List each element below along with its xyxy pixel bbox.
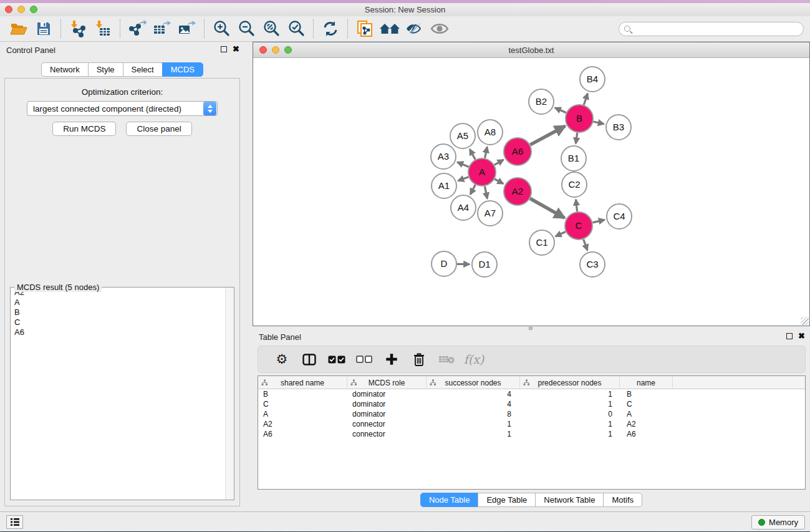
graph-edge-B-B3[interactable] — [593, 122, 604, 124]
import-table-button[interactable] — [90, 18, 115, 39]
graph-node-A8[interactable]: A8 — [478, 120, 503, 145]
criterion-dropdown[interactable]: largest connected component (directed) — [27, 101, 218, 116]
graph-node-B2[interactable]: B2 — [529, 89, 554, 114]
mcds-result-item[interactable]: A — [11, 297, 234, 307]
graph-node-C2[interactable]: C2 — [562, 172, 587, 197]
graph-node-A7[interactable]: A7 — [478, 201, 503, 226]
graph-node-A5[interactable]: A5 — [450, 123, 475, 148]
graph-edge-A-A6[interactable] — [494, 160, 504, 165]
graph-node-B3[interactable]: B3 — [606, 115, 631, 140]
search-input[interactable] — [619, 22, 804, 36]
tab-motifs[interactable]: Motifs — [603, 493, 642, 507]
graph-edge-A-A5[interactable] — [470, 149, 475, 160]
tab-edge-table[interactable]: Edge Table — [478, 493, 536, 507]
run-mcds-button[interactable]: Run MCDS — [52, 122, 116, 136]
column-view-button[interactable] — [296, 348, 323, 370]
delete-table-button[interactable] — [433, 348, 460, 370]
graph-edge-A-A8[interactable] — [485, 147, 488, 158]
task-history-button[interactable] — [6, 515, 23, 529]
close-panel-button[interactable]: Close panel — [126, 122, 191, 136]
zoom-selected-button[interactable] — [284, 18, 309, 39]
graph-edge-C-C2[interactable] — [576, 200, 577, 211]
column-header[interactable]: MCDS role — [347, 376, 427, 389]
graph-node-B1[interactable]: B1 — [561, 146, 586, 171]
column-header[interactable]: shared name — [258, 376, 347, 389]
table-row[interactable]: Bdominator41B — [258, 389, 805, 399]
graph-node-B4[interactable]: B4 — [580, 67, 605, 92]
close-panel-icon[interactable]: ✖ — [233, 46, 239, 52]
function-builder-button[interactable]: f(x) — [460, 348, 488, 370]
graph-node-A1[interactable]: A1 — [432, 173, 456, 198]
tab-node-table[interactable]: Node Table — [420, 493, 479, 507]
tab-network[interactable]: Network — [41, 62, 89, 77]
graph-edge-B-B1[interactable] — [576, 133, 577, 143]
graph-node-A6[interactable]: A6 — [504, 138, 531, 165]
float-panel-icon[interactable] — [786, 333, 793, 339]
graph-node-D[interactable]: D — [432, 251, 456, 276]
tab-mcds[interactable]: MCDS — [162, 62, 203, 77]
graph-edge-B-B4[interactable] — [584, 94, 587, 105]
graph-edge-C-C1[interactable] — [556, 232, 566, 236]
graph-edge-C-C3[interactable] — [584, 239, 587, 251]
memory-button[interactable]: Memory — [751, 515, 805, 530]
graph-node-A[interactable]: A — [468, 158, 496, 186]
table-row[interactable]: Adominator80A — [258, 409, 805, 419]
zoom-in-button[interactable] — [209, 18, 234, 39]
style-eye-button[interactable] — [402, 18, 427, 39]
graph-edge-A-A3[interactable] — [457, 162, 468, 167]
network-canvas[interactable]: B4B2BB3A5A8A6A3B1AC2A1A2A4A7C4CC1C3DD1 — [253, 59, 809, 326]
graph-node-D1[interactable]: D1 — [472, 252, 497, 277]
graph-edge-B-B2[interactable] — [555, 108, 566, 113]
network-zoom-button[interactable] — [284, 46, 292, 54]
settings-button[interactable]: ⚙ — [268, 348, 296, 370]
network-minimize-button[interactable] — [272, 46, 279, 54]
minimize-window-button[interactable] — [17, 6, 25, 13]
table-row[interactable]: A2connector11A2 — [258, 419, 805, 429]
graph-node-C3[interactable]: C3 — [580, 252, 605, 277]
save-session-button[interactable] — [31, 18, 56, 39]
export-table-button[interactable] — [150, 18, 175, 39]
tab-select[interactable]: Select — [123, 62, 163, 77]
zoom-window-button[interactable] — [30, 6, 37, 13]
column-header[interactable]: name — [620, 376, 673, 389]
column-header[interactable]: predecessor nodes — [520, 376, 620, 389]
select-all-button[interactable] — [323, 348, 350, 370]
home-button[interactable] — [377, 18, 402, 39]
export-image-button[interactable] — [175, 18, 200, 39]
tab-network-table[interactable]: Network Table — [535, 493, 604, 507]
graph-edge-A-A1[interactable] — [458, 177, 469, 181]
tab-style[interactable]: Style — [88, 62, 123, 77]
import-network-button[interactable] — [65, 18, 90, 39]
mcds-result-item[interactable]: A6 — [11, 327, 234, 337]
result-scrollbar[interactable] — [225, 288, 234, 500]
graph-edge-A2-C[interactable] — [530, 198, 564, 218]
graph-edge-A-A7[interactable] — [485, 186, 487, 199]
column-header[interactable]: successor nodes — [427, 376, 520, 389]
float-panel-icon[interactable] — [221, 46, 227, 52]
graph-node-C[interactable]: C — [565, 212, 592, 239]
graph-node-A4[interactable]: A4 — [451, 195, 476, 220]
export-network-button[interactable] — [125, 18, 150, 39]
graph-node-C1[interactable]: C1 — [529, 230, 554, 255]
table-row[interactable]: Cdominator41C — [258, 399, 805, 409]
show-hide-button[interactable] — [427, 18, 452, 39]
graph-edge-A6-B[interactable] — [530, 126, 565, 145]
window-resize-handle[interactable] — [801, 317, 809, 325]
graph-node-A2[interactable]: A2 — [504, 178, 531, 205]
graph-node-B[interactable]: B — [566, 105, 593, 132]
table-row[interactable]: A6connector11A6 — [258, 429, 805, 439]
close-panel-icon[interactable]: ✖ — [798, 333, 805, 339]
delete-column-button[interactable] — [405, 348, 433, 370]
graph-node-A3[interactable]: A3 — [431, 144, 456, 169]
graph-node-C4[interactable]: C4 — [607, 204, 632, 229]
mcds-result-item[interactable]: C — [11, 317, 234, 327]
refresh-layout-button[interactable] — [318, 18, 343, 39]
mcds-result-item[interactable]: B — [11, 307, 234, 317]
close-window-button[interactable] — [5, 6, 12, 13]
deselect-all-button[interactable] — [350, 348, 378, 370]
zoom-out-button[interactable] — [234, 18, 259, 39]
network-close-button[interactable] — [259, 46, 267, 54]
network-file-button[interactable] — [352, 18, 377, 39]
zoom-fit-button[interactable] — [259, 18, 284, 39]
graph-edge-A-A2[interactable] — [494, 179, 503, 184]
